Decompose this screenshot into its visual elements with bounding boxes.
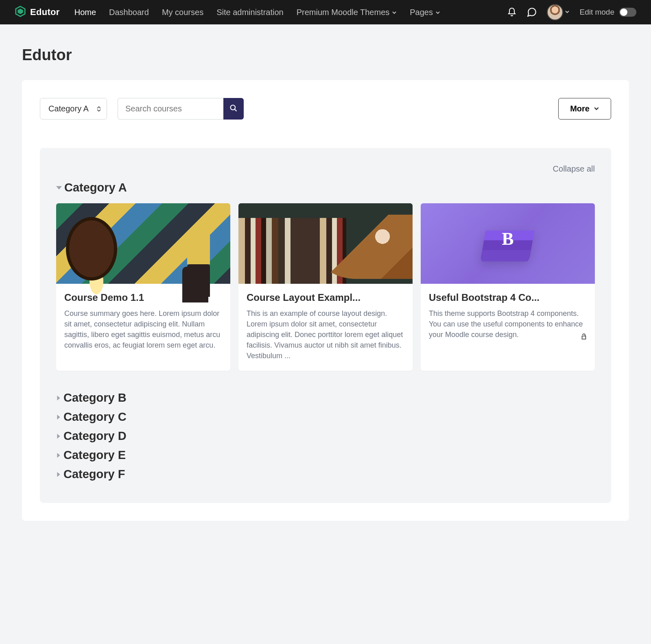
category-f-header[interactable]: Category F (56, 468, 595, 481)
category-e-header[interactable]: Category E (56, 448, 595, 462)
category-panel: Collapse all Category A Course Demo 1.1 … (40, 148, 611, 503)
chevron-down-icon (565, 9, 570, 16)
course-card[interactable]: Course Demo 1.1 Course summary goes here… (56, 203, 230, 371)
course-card[interactable]: Course Layout Exampl... This is an examp… (238, 203, 413, 371)
category-a-header[interactable]: Category A (56, 181, 595, 194)
brand-logo[interactable]: Edutor (15, 6, 60, 19)
logo-icon (15, 6, 26, 19)
brand-name: Edutor (30, 7, 60, 17)
course-grid: Course Demo 1.1 Course summary goes here… (56, 203, 595, 371)
category-b-header[interactable]: Category B (56, 391, 595, 405)
filter-row: Category A More (40, 98, 611, 120)
user-menu[interactable] (547, 4, 570, 20)
search-courses (118, 98, 244, 120)
more-button[interactable]: More (558, 98, 611, 120)
caret-right-icon (56, 395, 61, 401)
select-caret-icon (97, 106, 101, 111)
category-c-header[interactable]: Category C (56, 410, 595, 424)
category-select[interactable]: Category A (40, 98, 107, 120)
course-thumbnail (56, 203, 230, 284)
messages-icon[interactable] (526, 7, 537, 17)
category-d-header[interactable]: Category D (56, 429, 595, 443)
course-description: This theme supports Bootstrap 4 componen… (429, 308, 587, 340)
course-thumbnail (238, 203, 413, 284)
edit-mode-label: Edit mode (579, 8, 614, 17)
collapsed-categories: Category BCategory CCategory DCategory E… (56, 391, 595, 481)
page-title: Edutor (22, 46, 629, 64)
search-icon (229, 104, 238, 113)
edit-mode-toggle[interactable] (619, 8, 636, 17)
svg-marker-1 (17, 9, 23, 14)
caret-right-icon (56, 453, 61, 458)
search-button[interactable] (223, 98, 244, 120)
search-input[interactable] (118, 98, 223, 120)
nav-dashboard[interactable]: Dashboard (109, 8, 149, 17)
course-title: Useful Bootstrap 4 Co... (429, 292, 587, 303)
course-description: Course summary goes here. Lorem ipsum do… (64, 308, 222, 350)
caret-right-icon (56, 433, 61, 439)
caret-right-icon (56, 414, 61, 420)
content-card: Category A More (22, 80, 629, 521)
course-thumbnail (421, 203, 595, 284)
chevron-down-icon (594, 104, 599, 113)
avatar (547, 4, 563, 20)
course-title: Course Layout Exampl... (247, 292, 404, 303)
collapse-all[interactable]: Collapse all (56, 164, 595, 174)
nav-site-administration[interactable]: Site administration (216, 8, 284, 17)
top-navbar: Edutor Home Dashboard My courses Site ad… (0, 0, 651, 24)
course-title: Course Demo 1.1 (64, 292, 222, 303)
course-description: This is an example of course layout desi… (247, 308, 404, 361)
caret-right-icon (56, 472, 61, 477)
course-card[interactable]: Useful Bootstrap 4 Co... This theme supp… (421, 203, 595, 371)
nav-my-courses[interactable]: My courses (162, 8, 203, 17)
unlock-icon (580, 333, 588, 342)
nav-right: Edit mode (507, 4, 636, 20)
caret-down-icon (56, 185, 62, 191)
nav-links: Home Dashboard My courses Site administr… (74, 8, 504, 17)
chevron-down-icon (392, 8, 397, 17)
notifications-icon[interactable] (507, 7, 517, 17)
nav-home[interactable]: Home (74, 8, 96, 17)
page-container: Edutor Category A (0, 24, 651, 543)
svg-point-2 (230, 105, 235, 110)
nav-pages[interactable]: Pages (410, 8, 440, 17)
chevron-down-icon (435, 8, 440, 17)
nav-premium-themes[interactable]: Premium Moodle Themes (297, 8, 397, 17)
edit-mode-control: Edit mode (579, 8, 636, 17)
